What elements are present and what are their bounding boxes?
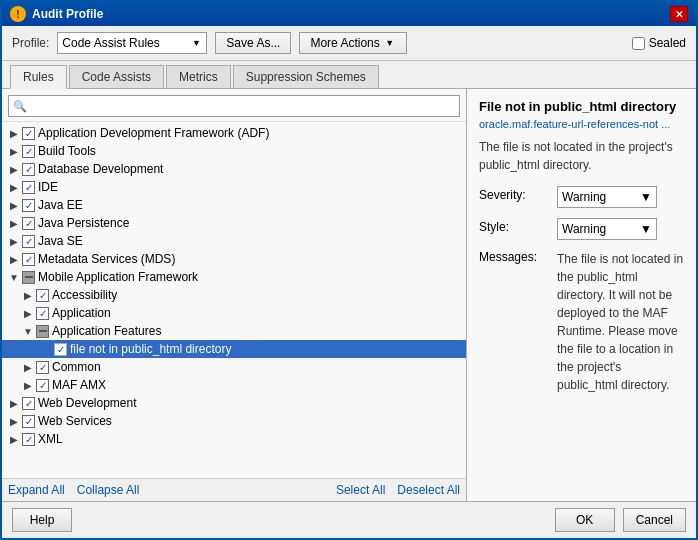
title-bar: ! Audit Profile ✕	[2, 2, 696, 26]
main-content: 🔍 ▶ Application Development Framework (A…	[2, 89, 696, 501]
checkbox[interactable]	[22, 271, 35, 284]
expand-icon[interactable]: ▶	[6, 179, 22, 195]
profile-dropdown-arrow: ▼	[190, 37, 202, 49]
list-item[interactable]: file not in public_html directory	[2, 340, 466, 358]
expand-icon[interactable]: ▶	[6, 125, 22, 141]
profile-value: Code Assist Rules	[62, 36, 186, 50]
footer: Help OK Cancel	[2, 501, 696, 538]
save-as-label: Save As...	[226, 36, 280, 50]
expand-icon[interactable]: ▶	[20, 287, 36, 303]
messages-label: Messages:	[479, 250, 549, 264]
expand-icon[interactable]: ▶	[6, 251, 22, 267]
list-item[interactable]: ▶ Web Services	[2, 412, 466, 430]
expand-icon[interactable]: ▶	[6, 161, 22, 177]
title-bar-left: ! Audit Profile	[10, 6, 103, 22]
checkbox[interactable]	[54, 343, 67, 356]
checkbox[interactable]	[22, 415, 35, 428]
select-deselect-area: Select All Deselect All	[336, 483, 460, 497]
checkbox[interactable]	[22, 253, 35, 266]
checkbox[interactable]	[36, 379, 49, 392]
list-item[interactable]: ▶ Application	[2, 304, 466, 322]
collapse-all-button[interactable]: Collapse All	[77, 483, 140, 497]
checkbox[interactable]	[22, 181, 35, 194]
expand-icon[interactable]: ▼	[20, 323, 36, 339]
checkbox[interactable]	[22, 235, 35, 248]
select-all-button[interactable]: Select All	[336, 483, 385, 497]
checkbox[interactable]	[22, 217, 35, 230]
app-icon: !	[10, 6, 26, 22]
search-wrap: 🔍	[8, 95, 460, 117]
expand-icon[interactable]: ▶	[20, 377, 36, 393]
cancel-button[interactable]: Cancel	[623, 508, 686, 532]
expand-icon[interactable]: ▶	[6, 431, 22, 447]
checkbox[interactable]	[22, 199, 35, 212]
expand-icon[interactable]: ▶	[20, 359, 36, 375]
list-item[interactable]: ▶ Java Persistence	[2, 214, 466, 232]
list-item[interactable]: ▶ Accessibility	[2, 286, 466, 304]
style-arrow: ▼	[640, 222, 652, 236]
bottom-bar: Expand All Collapse All Select All Desel…	[2, 478, 466, 501]
style-row: Style: Warning ▼	[479, 218, 684, 240]
rule-title: File not in public_html directory	[479, 99, 684, 114]
expand-icon[interactable]: ▶	[20, 305, 36, 321]
expand-icon[interactable]: ▶	[6, 197, 22, 213]
tree-label: file not in public_html directory	[70, 342, 231, 356]
severity-label: Severity:	[479, 186, 549, 202]
checkbox[interactable]	[22, 127, 35, 140]
checkbox[interactable]	[22, 433, 35, 446]
sealed-checkbox[interactable]	[632, 37, 645, 50]
close-button[interactable]: ✕	[670, 6, 688, 22]
tab-code-assists[interactable]: Code Assists	[69, 65, 164, 88]
list-item[interactable]: ▶ Common	[2, 358, 466, 376]
tree-label: Java SE	[38, 234, 83, 248]
tree-label: Web Services	[38, 414, 112, 428]
more-actions-button[interactable]: More Actions ▼	[299, 32, 406, 54]
list-item[interactable]: ▶ Build Tools	[2, 142, 466, 160]
tab-metrics[interactable]: Metrics	[166, 65, 231, 88]
list-item[interactable]: ▶ IDE	[2, 178, 466, 196]
expand-icon[interactable]: ▶	[6, 395, 22, 411]
expand-icon[interactable]: ▶	[6, 215, 22, 231]
tab-suppression-schemes[interactable]: Suppression Schemes	[233, 65, 379, 88]
style-label: Style:	[479, 218, 549, 234]
style-dropdown[interactable]: Warning ▼	[557, 218, 657, 240]
checkbox[interactable]	[22, 145, 35, 158]
list-item[interactable]: ▶ XML	[2, 430, 466, 448]
tab-rules[interactable]: Rules	[10, 65, 67, 89]
ok-button[interactable]: OK	[555, 508, 615, 532]
expand-icon[interactable]: ▼	[6, 269, 22, 285]
tree-label: MAF AMX	[52, 378, 106, 392]
search-bar: 🔍	[2, 89, 466, 122]
search-icon: 🔍	[13, 100, 27, 113]
expand-icon	[38, 341, 54, 357]
list-item[interactable]: ▶ Java SE	[2, 232, 466, 250]
expand-icon[interactable]: ▶	[6, 143, 22, 159]
tree-label: Application Development Framework (ADF)	[38, 126, 269, 140]
checkbox[interactable]	[36, 307, 49, 320]
list-item[interactable]: ▶ Application Development Framework (ADF…	[2, 124, 466, 142]
list-item[interactable]: ▶ Java EE	[2, 196, 466, 214]
checkbox[interactable]	[36, 325, 49, 338]
list-item[interactable]: ▶ Database Development	[2, 160, 466, 178]
tree-label: Common	[52, 360, 101, 374]
checkbox[interactable]	[36, 361, 49, 374]
footer-right: OK Cancel	[555, 508, 686, 532]
deselect-all-button[interactable]: Deselect All	[397, 483, 460, 497]
help-button[interactable]: Help	[12, 508, 72, 532]
checkbox[interactable]	[22, 163, 35, 176]
profile-dropdown[interactable]: Code Assist Rules ▼	[57, 32, 207, 54]
list-item[interactable]: ▶ Metadata Services (MDS)	[2, 250, 466, 268]
checkbox[interactable]	[22, 397, 35, 410]
tree-label: Application	[52, 306, 111, 320]
expand-icon[interactable]: ▶	[6, 233, 22, 249]
severity-dropdown[interactable]: Warning ▼	[557, 186, 657, 208]
list-item[interactable]: ▼ Mobile Application Framework	[2, 268, 466, 286]
checkbox[interactable]	[36, 289, 49, 302]
expand-all-button[interactable]: Expand All	[8, 483, 65, 497]
list-item[interactable]: ▶ MAF AMX	[2, 376, 466, 394]
list-item[interactable]: ▶ Web Development	[2, 394, 466, 412]
list-item[interactable]: ▼ Application Features	[2, 322, 466, 340]
search-input[interactable]	[31, 99, 455, 113]
save-as-button[interactable]: Save As...	[215, 32, 291, 54]
expand-icon[interactable]: ▶	[6, 413, 22, 429]
